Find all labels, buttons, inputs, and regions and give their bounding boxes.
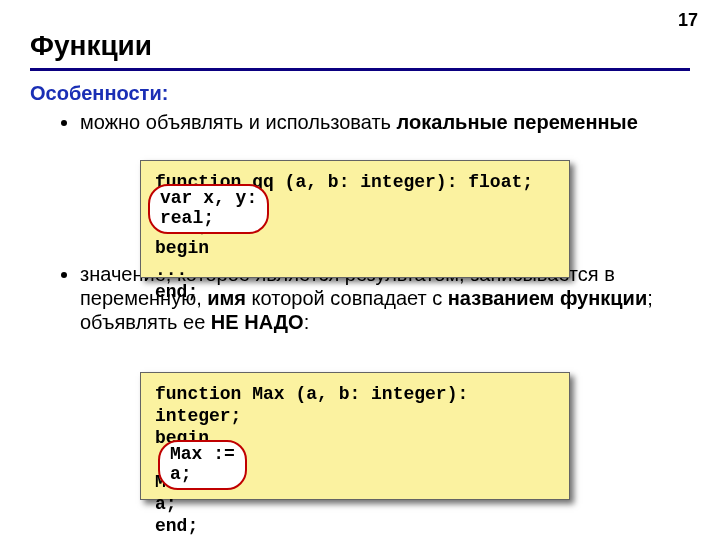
highlight-line: a; bbox=[170, 464, 235, 484]
highlight-line: real; bbox=[160, 208, 257, 228]
list-item: можно объявлять и использовать локальные… bbox=[80, 110, 690, 134]
highlight-line: Max := bbox=[170, 444, 235, 464]
code-line: end; bbox=[155, 281, 555, 303]
highlight-line: var x, y: bbox=[160, 188, 257, 208]
slide: 17 Функции Особенности: можно объявлять … bbox=[0, 0, 720, 540]
highlight-2: Max := a; bbox=[158, 440, 247, 490]
bullet-strong: локальные переменные bbox=[397, 111, 638, 133]
code-line: begin bbox=[155, 237, 555, 259]
bullet-text: : bbox=[304, 311, 310, 333]
highlight-1: var x, y: real; bbox=[148, 184, 269, 234]
code-line: end; bbox=[155, 515, 555, 537]
code-line: ... bbox=[155, 259, 555, 281]
page-title: Функции bbox=[30, 30, 152, 62]
subheader: Особенности: bbox=[30, 82, 168, 105]
code-line: a; bbox=[155, 493, 555, 515]
code-line: function Max (a, b: integer): integer; bbox=[155, 383, 555, 427]
page-number: 17 bbox=[678, 10, 698, 31]
bullet-text: можно объявлять и использовать bbox=[80, 111, 397, 133]
bullet-strong: НЕ НАДО bbox=[211, 311, 304, 333]
title-rule bbox=[30, 68, 690, 71]
